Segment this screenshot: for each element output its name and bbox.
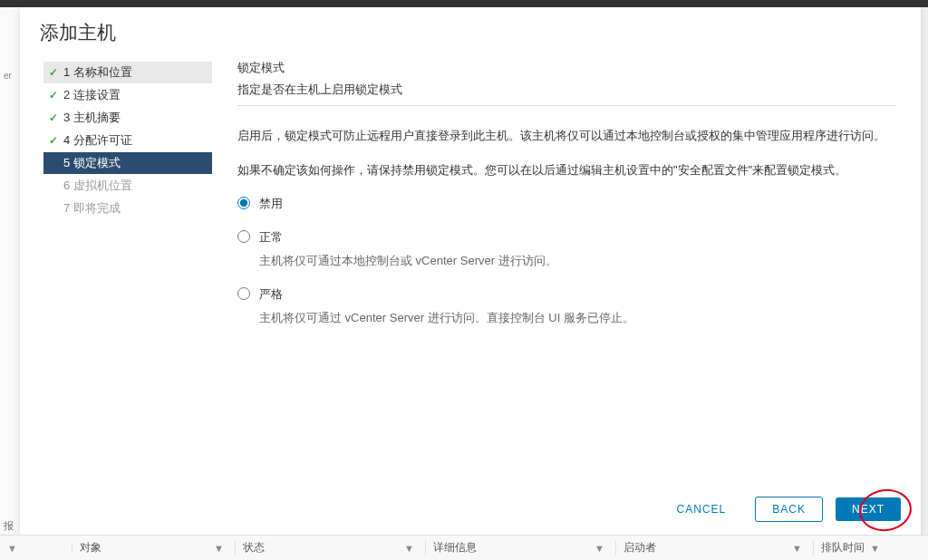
radio-label-normal[interactable]: 正常	[259, 230, 283, 244]
filter-icon: ▼	[870, 543, 880, 554]
radio-content: 正常 主机将仅可通过本地控制台或 vCenter Server 进行访问。	[259, 228, 895, 269]
modal-footer: CANCEL BACK NEXT	[20, 484, 921, 535]
back-button[interactable]: BACK	[755, 497, 823, 522]
filter-icon: ▼	[792, 543, 802, 554]
check-icon: ✓	[49, 111, 63, 124]
wizard-step-ready: 7 即将完成	[44, 198, 212, 219]
radio-disabled[interactable]	[237, 197, 250, 209]
wizard-sidebar: ✓ 1 名称和位置 ✓ 2 连接设置 ✓ 3 主机摘要 ✓ 4 分配许可证 5 …	[20, 56, 227, 484]
step-label: 4 分配许可证	[63, 132, 132, 149]
col-label: 排队时间	[821, 540, 865, 555]
step-label: 7 即将完成	[63, 200, 121, 217]
radio-content: 禁用	[259, 195, 895, 212]
modal-title: 添加主机	[20, 7, 921, 47]
sliver-text: er	[0, 7, 20, 81]
next-button[interactable]: NEXT	[836, 497, 901, 521]
check-icon: ✓	[49, 66, 63, 79]
radio-normal[interactable]	[237, 230, 250, 243]
radio-content: 严格 主机将仅可通过 vCenter Server 进行访问。直接控制台 UI …	[259, 285, 895, 326]
step-label: 6 虚拟机位置	[63, 178, 132, 194]
wizard-step-name-location[interactable]: ✓ 1 名称和位置	[44, 62, 212, 83]
table-filter-col1[interactable]: ▼	[0, 543, 72, 554]
col-label: 详细信息	[433, 540, 477, 555]
add-host-wizard-modal: 添加主机 ✓ 1 名称和位置 ✓ 2 连接设置 ✓ 3 主机摘要 ✓ 4 分配许…	[20, 7, 921, 535]
filter-icon: ▼	[214, 543, 224, 554]
table-header-initiator[interactable]: 启动者 ▼	[616, 540, 814, 555]
col-label: 对象	[80, 540, 102, 555]
modal-body: ✓ 1 名称和位置 ✓ 2 连接设置 ✓ 3 主机摘要 ✓ 4 分配许可证 5 …	[20, 47, 921, 484]
content-divider	[237, 105, 895, 106]
step-label: 5 锁定模式	[63, 155, 121, 171]
content-description-1: 启用后，锁定模式可防止远程用户直接登录到此主机。该主机将仅可以通过本地控制台或授…	[237, 126, 895, 146]
filter-icon: ▼	[7, 543, 17, 554]
step-label: 2 连接设置	[63, 87, 121, 103]
background-top-bar	[0, 0, 928, 7]
step-label: 3 主机摘要	[63, 110, 121, 126]
content-subtitle: 指定是否在主机上启用锁定模式	[237, 82, 895, 98]
check-icon: ✓	[49, 134, 63, 147]
lockdown-mode-radio-group: 禁用 正常 主机将仅可通过本地控制台或 vCenter Server 进行访问。…	[237, 195, 895, 326]
radio-description-normal: 主机将仅可通过本地控制台或 vCenter Server 进行访问。	[259, 253, 895, 269]
check-icon: ✓	[49, 89, 63, 101]
radio-option-disabled: 禁用	[237, 195, 895, 212]
step-label: 1 名称和位置	[63, 64, 132, 81]
col-label: 启动者	[624, 540, 656, 555]
wizard-step-connection[interactable]: ✓ 2 连接设置	[44, 84, 212, 106]
wizard-step-lockdown[interactable]: 5 锁定模式	[44, 152, 212, 174]
wizard-step-summary[interactable]: ✓ 3 主机摘要	[44, 107, 212, 129]
wizard-step-license[interactable]: ✓ 4 分配许可证	[44, 130, 212, 151]
radio-label-strict[interactable]: 严格	[259, 287, 283, 301]
radio-strict[interactable]	[237, 287, 250, 300]
radio-description-strict: 主机将仅可通过 vCenter Server 进行访问。直接控制台 UI 服务已…	[259, 310, 895, 326]
wizard-step-vm-location: 6 虚拟机位置	[44, 175, 212, 197]
table-header-queued[interactable]: 排队时间 ▼	[814, 540, 928, 555]
radio-option-normal: 正常 主机将仅可通过本地控制台或 vCenter Server 进行访问。	[237, 228, 895, 269]
filter-icon: ▼	[594, 543, 604, 554]
radio-label-disabled[interactable]: 禁用	[259, 197, 283, 210]
table-header-status[interactable]: 状态 ▼	[236, 540, 426, 555]
wizard-content: 锁定模式 指定是否在主机上启用锁定模式 启用后，锁定模式可防止远程用户直接登录到…	[227, 56, 921, 484]
filter-icon: ▼	[404, 543, 414, 554]
content-description-2: 如果不确定该如何操作，请保持禁用锁定模式。您可以在以后通过编辑主机设置中的"安全…	[237, 160, 895, 180]
cancel-button[interactable]: CANCEL	[661, 497, 743, 521]
content-title: 锁定模式	[237, 60, 895, 76]
background-task-table: ▼ 对象 ▼ 状态 ▼ 详细信息 ▼ 启动者 ▼ 排队时间 ▼	[0, 535, 928, 560]
col-label: 状态	[243, 540, 265, 555]
bottom-task-label: 报	[4, 519, 14, 533]
radio-option-strict: 严格 主机将仅可通过 vCenter Server 进行访问。直接控制台 UI …	[237, 285, 895, 326]
left-background-sliver: er	[0, 7, 20, 535]
table-header-object[interactable]: 对象 ▼	[72, 540, 236, 555]
table-header-details[interactable]: 详细信息 ▼	[426, 540, 616, 555]
